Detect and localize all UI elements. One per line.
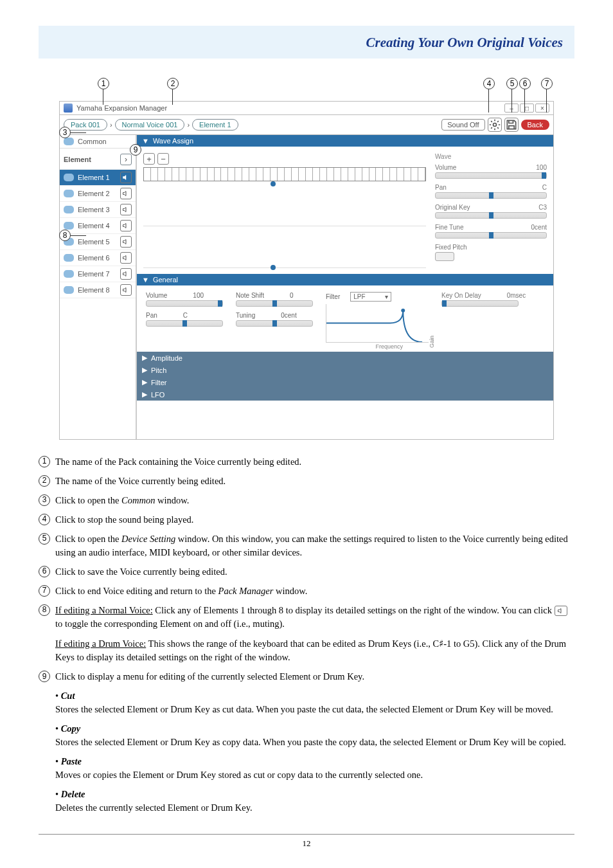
cloud-icon — [64, 174, 74, 181]
section-wave-assign[interactable]: ▼Wave Assign — [137, 135, 553, 147]
circled-3: 3 — [39, 494, 50, 506]
section-lfo[interactable]: ▶LFO — [137, 388, 553, 401]
gen-pan-slider[interactable] — [146, 320, 223, 327]
cloud-icon — [64, 190, 74, 197]
triangle-right-icon: ▶ — [142, 354, 147, 362]
section-title: Creating Your Own Original Voices — [50, 35, 563, 51]
sidebar: Common Element › Element 1 Element 2 Ele… — [60, 135, 137, 439]
triangle-down-icon: ▼ — [142, 276, 149, 284]
speaker-icon[interactable] — [120, 220, 132, 231]
keyboard-strip[interactable]: document.write(Array.from({length:40}).m… — [143, 167, 426, 181]
speaker-icon — [555, 606, 567, 616]
section-pitch[interactable]: ▶Pitch — [137, 364, 553, 376]
save-icon[interactable] — [504, 118, 519, 132]
breadcrumb-voice[interactable]: Normal Voice 001 — [115, 119, 185, 131]
gear-icon[interactable] — [488, 118, 502, 132]
wave-canvas[interactable] — [143, 184, 426, 267]
remove-wave-button[interactable]: − — [157, 153, 169, 165]
sidebar-item-element-3[interactable]: Element 3 — [60, 202, 136, 218]
section-header: Creating Your Own Original Voices — [39, 26, 574, 59]
cloud-icon — [64, 270, 74, 278]
circled-5: 5 — [39, 533, 50, 545]
speaker-icon[interactable] — [120, 236, 132, 248]
wave-pan-slider[interactable] — [435, 192, 547, 199]
sidebar-item-element-5[interactable]: Element 5 — [60, 234, 136, 250]
cloud-icon — [64, 286, 74, 294]
cloud-icon — [64, 206, 74, 213]
element-heading: Element — [64, 156, 91, 163]
gen-noteshift-slider[interactable] — [236, 300, 313, 307]
circled-6: 6 — [39, 566, 50, 577]
sound-off-button[interactable]: Sound Off — [441, 119, 484, 131]
sidebar-item-element-8[interactable]: Element 8 — [60, 282, 136, 298]
section-general[interactable]: ▼General — [137, 274, 553, 285]
sidebar-item-element-6[interactable]: Element 6 — [60, 250, 136, 266]
circled-7: 7 — [39, 585, 50, 597]
gen-volume-slider[interactable] — [146, 300, 223, 307]
breadcrumb-element: Element 1 — [192, 119, 238, 131]
section-amplitude[interactable]: ▶Amplitude — [137, 352, 553, 364]
circled-1: 1 — [39, 456, 50, 467]
chevron-right-icon: › — [187, 121, 190, 129]
circled-4: 4 — [39, 514, 50, 525]
cloud-icon — [64, 222, 74, 230]
sidebar-item-element-4[interactable]: Element 4 — [60, 218, 136, 234]
breadcrumb: Pack 001 › Normal Voice 001 › Element 1 … — [59, 115, 554, 135]
speaker-icon[interactable] — [120, 172, 132, 183]
triangle-down-icon: ▼ — [142, 137, 149, 145]
speaker-icon[interactable] — [120, 252, 132, 264]
sidebar-item-element-7[interactable]: Element 7 — [60, 266, 136, 282]
triangle-down-icon: ▾ — [385, 293, 388, 300]
chevron-right-icon: › — [110, 121, 112, 129]
speaker-icon[interactable] — [120, 188, 132, 199]
speaker-icon[interactable] — [120, 284, 132, 296]
breadcrumb-pack[interactable]: Pack 001 — [64, 119, 107, 131]
legend: 1The name of the Pack containing the Voi… — [39, 455, 574, 815]
window-title: Yamaha Expansion Manager — [76, 104, 167, 112]
fixed-pitch-toggle[interactable] — [435, 252, 454, 261]
circled-9: 9 — [39, 671, 50, 682]
circled-8: 8 — [39, 604, 50, 616]
element-menu-button[interactable]: › — [120, 154, 132, 165]
filter-graph: Frequency Gain — [326, 304, 429, 343]
speaker-icon[interactable] — [120, 268, 132, 280]
sidebar-item-element-1[interactable]: Element 1 — [60, 170, 136, 186]
triangle-right-icon: ▶ — [142, 390, 147, 399]
minimize-button[interactable]: – — [504, 104, 519, 113]
gen-tuning-slider[interactable] — [236, 320, 313, 327]
triangle-right-icon: ▶ — [142, 366, 147, 374]
window-titlebar: Yamaha Expansion Manager – □ × — [59, 101, 554, 115]
common-label: Common — [78, 138, 107, 145]
cloud-icon — [64, 138, 74, 145]
wave-volume-slider[interactable] — [435, 172, 547, 179]
close-button[interactable]: × — [535, 104, 549, 113]
gen-kod-slider[interactable] — [441, 300, 519, 307]
screenshot: 1 2 3 8 9 4 5 6 7 Yamaha Expansion Manag… — [59, 78, 554, 440]
app-icon — [64, 104, 73, 113]
cloud-icon — [64, 254, 74, 262]
back-button[interactable]: Back — [521, 120, 549, 130]
common-button[interactable]: Common — [60, 135, 136, 149]
cloud-icon — [64, 238, 74, 246]
wave-finetune-slider[interactable] — [435, 232, 547, 239]
triangle-right-icon: ▶ — [142, 378, 147, 386]
filter-type-select[interactable]: LPF▾ — [350, 292, 391, 302]
speaker-icon[interactable] — [120, 204, 132, 215]
svg-point-0 — [493, 123, 496, 127]
section-filter[interactable]: ▶Filter — [137, 376, 553, 388]
page-number: 12 — [39, 834, 574, 849]
sidebar-item-element-2[interactable]: Element 2 — [60, 186, 136, 202]
add-wave-button[interactable]: + — [143, 153, 155, 165]
wave-title: Wave — [435, 153, 547, 160]
wave-origkey-slider[interactable] — [435, 212, 547, 219]
circled-2: 2 — [39, 475, 50, 487]
svg-point-1 — [401, 309, 405, 312]
maximize-button[interactable]: □ — [520, 104, 534, 113]
